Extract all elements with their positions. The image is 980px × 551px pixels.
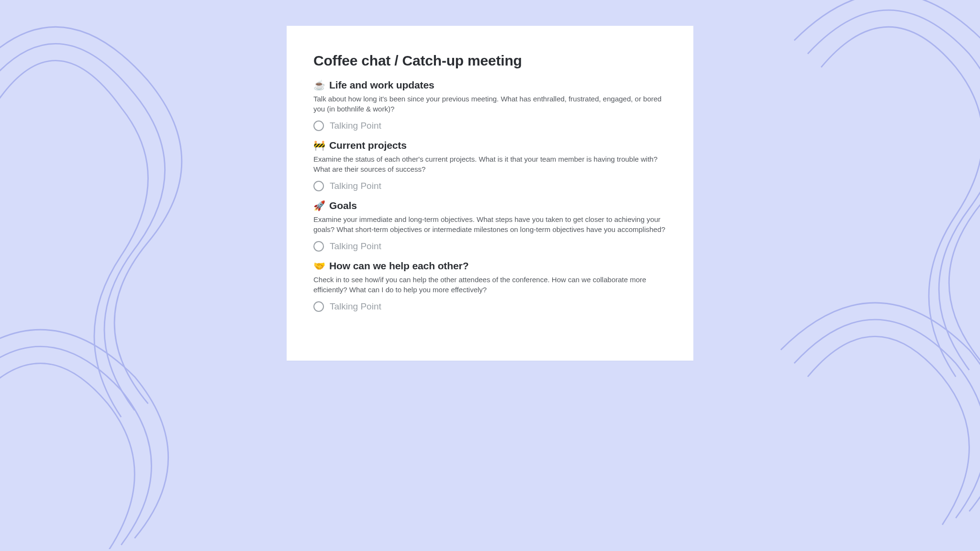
radio-circle-icon[interactable] [313, 181, 324, 191]
construction-icon: 🚧 [313, 141, 325, 150]
radio-circle-icon[interactable] [313, 301, 324, 312]
talking-point-input[interactable]: Talking Point [313, 301, 667, 312]
radio-circle-icon[interactable] [313, 241, 324, 252]
talking-point-input[interactable]: Talking Point [313, 241, 667, 252]
section-description: Examine your immediate and long-term obj… [313, 214, 667, 234]
section-title: Current projects [329, 140, 407, 151]
coffee-icon: ☕ [313, 80, 325, 90]
handshake-icon: 🤝 [313, 261, 325, 271]
talking-point-placeholder: Talking Point [330, 301, 381, 312]
section-title: Goals [329, 200, 357, 211]
section-current-projects: 🚧 Current projects Examine the status of… [313, 140, 667, 191]
section-life-work: ☕ Life and work updates Talk about how l… [313, 79, 667, 131]
section-header: 🚀 Goals [313, 200, 667, 211]
document-title: Coffee chat / Catch-up meeting [313, 53, 667, 69]
talking-point-placeholder: Talking Point [330, 181, 381, 191]
talking-point-placeholder: Talking Point [330, 241, 381, 252]
section-description: Talk about how long it's been since your… [313, 94, 667, 114]
section-header: ☕ Life and work updates [313, 79, 667, 91]
document-card: Coffee chat / Catch-up meeting ☕ Life an… [287, 26, 693, 361]
section-title: How can we help each other? [329, 260, 468, 272]
section-description: Check in to see how/if you can help the … [313, 275, 667, 295]
talking-point-input[interactable]: Talking Point [313, 181, 667, 191]
section-header: 🤝 How can we help each other? [313, 260, 667, 272]
section-title: Life and work updates [329, 79, 434, 91]
section-goals: 🚀 Goals Examine your immediate and long-… [313, 200, 667, 252]
radio-circle-icon[interactable] [313, 121, 324, 131]
section-description: Examine the status of each other's curre… [313, 154, 667, 174]
section-help-each-other: 🤝 How can we help each other? Check in t… [313, 260, 667, 312]
talking-point-placeholder: Talking Point [330, 121, 381, 131]
rocket-icon: 🚀 [313, 201, 325, 210]
section-header: 🚧 Current projects [313, 140, 667, 151]
talking-point-input[interactable]: Talking Point [313, 121, 667, 131]
